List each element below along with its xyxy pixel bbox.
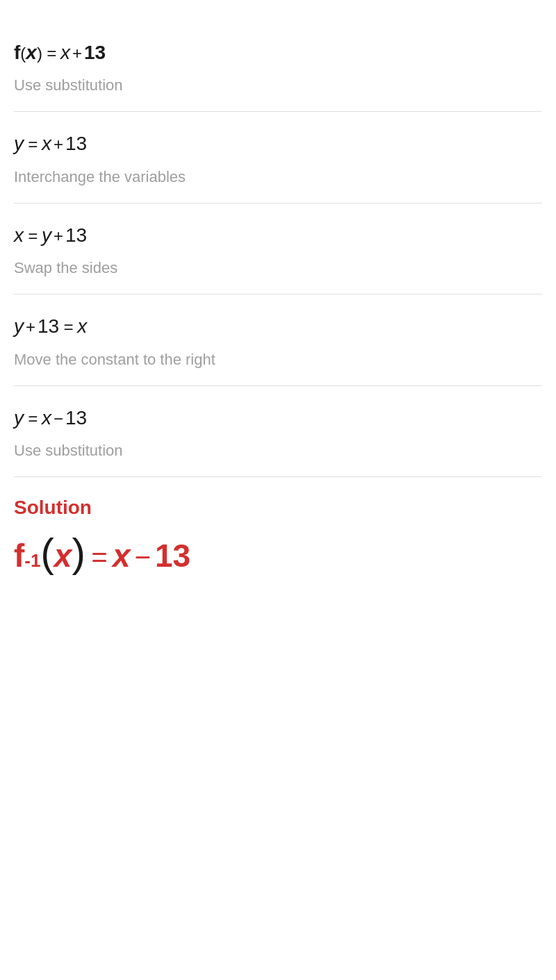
- solution-x-result: x: [113, 537, 131, 574]
- solution-label: Solution: [14, 497, 542, 519]
- step-4: y+13=x Move the constant to the right: [14, 294, 542, 385]
- step-5: y=x−13 Use substitution: [14, 386, 542, 477]
- solution-x-arg: x: [54, 537, 72, 574]
- solution-13: 13: [155, 537, 190, 574]
- step-4-math: y+13=x: [14, 314, 542, 339]
- solution-equals: =: [85, 542, 113, 573]
- step-3-math: x=y+13: [14, 223, 542, 248]
- solution-paren-left: (: [40, 533, 54, 573]
- solution-paren-right: ): [72, 533, 85, 573]
- step-3: x=y+13 Swap the sides: [14, 204, 542, 294]
- step-5-label: Use substitution: [14, 442, 542, 460]
- step-5-math: y=x−13: [14, 406, 542, 431]
- step-4-label: Move the constant to the right: [14, 351, 542, 369]
- solution-block: Solution f-1(x)=x−13: [14, 477, 542, 588]
- step-3-label: Swap the sides: [14, 259, 542, 277]
- step-1-label: Use substitution: [14, 76, 542, 94]
- step-1-math: f(x)=x+13: [14, 40, 542, 65]
- solution-f: f: [14, 537, 24, 574]
- solution-minus: −: [131, 542, 155, 573]
- step-1: f(x)=x+13 Use substitution: [14, 21, 542, 112]
- solution-math: f-1(x)=x−13: [14, 533, 542, 574]
- step-2-math: y=x+13: [14, 131, 542, 156]
- step-2-label: Interchange the variables: [14, 168, 542, 186]
- step-2: y=x+13 Interchange the variables: [14, 112, 542, 203]
